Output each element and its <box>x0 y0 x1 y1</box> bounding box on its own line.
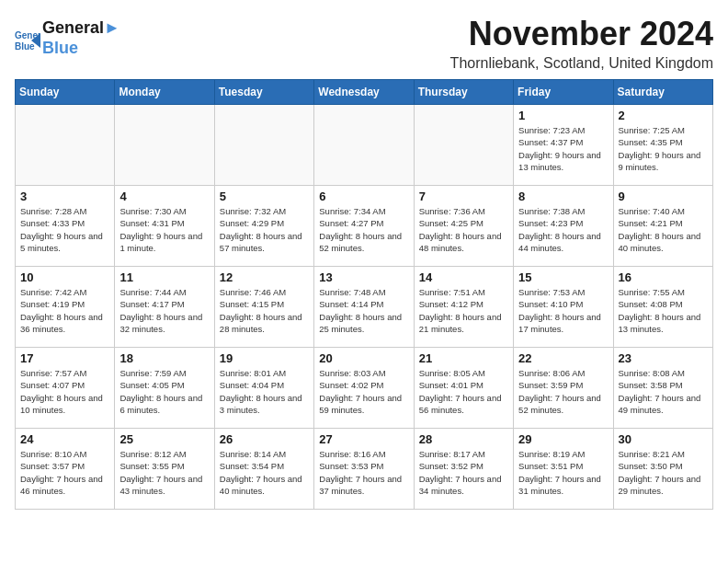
calendar-week-row: 17Sunrise: 7:57 AMSunset: 4:07 PMDayligh… <box>16 348 713 429</box>
day-number: 24 <box>20 432 109 446</box>
day-number: 12 <box>220 270 309 284</box>
month-title: November 2024 <box>450 15 713 53</box>
day-info: Sunrise: 7:34 AMSunset: 4:27 PMDaylight:… <box>319 205 408 254</box>
calendar-week-row: 3Sunrise: 7:28 AMSunset: 4:33 PMDaylight… <box>16 186 713 267</box>
page-header: General Blue General► Blue November 2024… <box>15 15 713 72</box>
calendar-cell: 18Sunrise: 7:59 AMSunset: 4:05 PMDayligh… <box>115 348 214 429</box>
day-number: 30 <box>619 432 708 446</box>
day-number: 13 <box>319 270 408 284</box>
calendar-cell <box>414 105 513 186</box>
weekday-header: Friday <box>514 80 613 105</box>
calendar-cell: 19Sunrise: 8:01 AMSunset: 4:04 PMDayligh… <box>214 348 313 429</box>
day-number: 17 <box>20 351 109 365</box>
day-number: 14 <box>419 270 508 284</box>
svg-text:Blue: Blue <box>15 41 35 52</box>
calendar-week-row: 24Sunrise: 8:10 AMSunset: 3:57 PMDayligh… <box>16 429 713 510</box>
day-info: Sunrise: 8:05 AMSunset: 4:01 PMDaylight:… <box>419 367 508 416</box>
calendar-cell: 2Sunrise: 7:25 AMSunset: 4:35 PMDaylight… <box>613 105 712 186</box>
day-number: 15 <box>518 270 608 284</box>
day-info: Sunrise: 7:28 AMSunset: 4:33 PMDaylight:… <box>20 205 109 254</box>
calendar-cell <box>16 105 115 186</box>
logo: General Blue General► Blue <box>15 18 120 58</box>
calendar-cell: 3Sunrise: 7:28 AMSunset: 4:33 PMDaylight… <box>16 186 115 267</box>
day-info: Sunrise: 7:59 AMSunset: 4:05 PMDaylight:… <box>119 367 209 416</box>
day-info: Sunrise: 7:42 AMSunset: 4:19 PMDaylight:… <box>20 286 109 335</box>
logo-text: General► Blue <box>42 18 120 58</box>
calendar-cell: 25Sunrise: 8:12 AMSunset: 3:55 PMDayligh… <box>115 429 214 510</box>
day-number: 10 <box>20 270 109 284</box>
day-number: 9 <box>619 190 708 203</box>
calendar-cell: 12Sunrise: 7:46 AMSunset: 4:15 PMDayligh… <box>214 267 313 348</box>
day-number: 11 <box>119 270 209 284</box>
calendar-cell: 22Sunrise: 8:06 AMSunset: 3:59 PMDayligh… <box>514 348 613 429</box>
day-info: Sunrise: 7:44 AMSunset: 4:17 PMDaylight:… <box>119 286 209 335</box>
calendar-cell: 7Sunrise: 7:36 AMSunset: 4:25 PMDaylight… <box>414 186 513 267</box>
calendar-cell: 24Sunrise: 8:10 AMSunset: 3:57 PMDayligh… <box>16 429 115 510</box>
day-number: 28 <box>419 432 508 446</box>
day-number: 2 <box>619 109 708 122</box>
calendar-cell: 10Sunrise: 7:42 AMSunset: 4:19 PMDayligh… <box>16 267 115 348</box>
weekday-header: Wednesday <box>314 80 414 105</box>
day-info: Sunrise: 7:36 AMSunset: 4:25 PMDaylight:… <box>419 205 508 254</box>
day-info: Sunrise: 8:03 AMSunset: 4:02 PMDaylight:… <box>319 367 408 416</box>
day-info: Sunrise: 7:48 AMSunset: 4:14 PMDaylight:… <box>319 286 408 335</box>
day-info: Sunrise: 7:40 AMSunset: 4:21 PMDaylight:… <box>619 205 708 254</box>
day-info: Sunrise: 8:06 AMSunset: 3:59 PMDaylight:… <box>518 367 608 416</box>
day-info: Sunrise: 7:53 AMSunset: 4:10 PMDaylight:… <box>518 286 608 335</box>
calendar-week-row: 1Sunrise: 7:23 AMSunset: 4:37 PMDaylight… <box>16 105 713 186</box>
day-number: 5 <box>220 190 309 203</box>
day-number: 22 <box>518 351 608 365</box>
day-info: Sunrise: 7:30 AMSunset: 4:31 PMDaylight:… <box>119 205 209 254</box>
day-info: Sunrise: 8:10 AMSunset: 3:57 PMDaylight:… <box>20 448 109 497</box>
calendar-cell: 15Sunrise: 7:53 AMSunset: 4:10 PMDayligh… <box>514 267 613 348</box>
calendar-cell <box>214 105 313 186</box>
day-info: Sunrise: 7:51 AMSunset: 4:12 PMDaylight:… <box>419 286 508 335</box>
calendar-cell: 1Sunrise: 7:23 AMSunset: 4:37 PMDaylight… <box>514 105 613 186</box>
day-number: 16 <box>619 270 708 284</box>
location-title: Thornliebank, Scotland, United Kingdom <box>450 55 713 72</box>
day-info: Sunrise: 7:23 AMSunset: 4:37 PMDaylight:… <box>518 124 608 173</box>
day-info: Sunrise: 7:55 AMSunset: 4:08 PMDaylight:… <box>619 286 708 335</box>
day-info: Sunrise: 7:46 AMSunset: 4:15 PMDaylight:… <box>220 286 309 335</box>
day-info: Sunrise: 8:21 AMSunset: 3:50 PMDaylight:… <box>619 448 708 497</box>
day-number: 18 <box>119 351 209 365</box>
logo-icon: General Blue <box>15 26 40 52</box>
calendar-cell: 8Sunrise: 7:38 AMSunset: 4:23 PMDaylight… <box>514 186 613 267</box>
calendar-cell: 23Sunrise: 8:08 AMSunset: 3:58 PMDayligh… <box>613 348 712 429</box>
calendar-cell: 17Sunrise: 7:57 AMSunset: 4:07 PMDayligh… <box>16 348 115 429</box>
day-number: 20 <box>319 351 408 365</box>
day-number: 1 <box>518 109 608 122</box>
calendar-cell <box>314 105 414 186</box>
calendar-cell: 13Sunrise: 7:48 AMSunset: 4:14 PMDayligh… <box>314 267 414 348</box>
day-number: 25 <box>119 432 209 446</box>
calendar-cell: 5Sunrise: 7:32 AMSunset: 4:29 PMDaylight… <box>214 186 313 267</box>
calendar-cell: 30Sunrise: 8:21 AMSunset: 3:50 PMDayligh… <box>613 429 712 510</box>
day-number: 27 <box>319 432 408 446</box>
day-info: Sunrise: 7:38 AMSunset: 4:23 PMDaylight:… <box>518 205 608 254</box>
day-info: Sunrise: 8:16 AMSunset: 3:53 PMDaylight:… <box>319 448 408 497</box>
day-number: 3 <box>20 190 109 203</box>
day-info: Sunrise: 8:14 AMSunset: 3:54 PMDaylight:… <box>220 448 309 497</box>
calendar-cell: 26Sunrise: 8:14 AMSunset: 3:54 PMDayligh… <box>214 429 313 510</box>
calendar-cell: 6Sunrise: 7:34 AMSunset: 4:27 PMDaylight… <box>314 186 414 267</box>
weekday-header: Tuesday <box>214 80 313 105</box>
calendar-cell: 4Sunrise: 7:30 AMSunset: 4:31 PMDaylight… <box>115 186 214 267</box>
day-number: 8 <box>518 190 608 203</box>
day-info: Sunrise: 8:01 AMSunset: 4:04 PMDaylight:… <box>220 367 309 416</box>
calendar-week-row: 10Sunrise: 7:42 AMSunset: 4:19 PMDayligh… <box>16 267 713 348</box>
title-block: November 2024 Thornliebank, Scotland, Un… <box>450 15 713 72</box>
day-number: 21 <box>419 351 508 365</box>
calendar-cell: 21Sunrise: 8:05 AMSunset: 4:01 PMDayligh… <box>414 348 513 429</box>
calendar-cell: 28Sunrise: 8:17 AMSunset: 3:52 PMDayligh… <box>414 429 513 510</box>
calendar-cell: 27Sunrise: 8:16 AMSunset: 3:53 PMDayligh… <box>314 429 414 510</box>
calendar-cell: 20Sunrise: 8:03 AMSunset: 4:02 PMDayligh… <box>314 348 414 429</box>
day-number: 23 <box>619 351 708 365</box>
day-info: Sunrise: 8:17 AMSunset: 3:52 PMDaylight:… <box>419 448 508 497</box>
calendar-cell: 29Sunrise: 8:19 AMSunset: 3:51 PMDayligh… <box>514 429 613 510</box>
day-info: Sunrise: 8:19 AMSunset: 3:51 PMDaylight:… <box>518 448 608 497</box>
weekday-header: Monday <box>115 80 214 105</box>
day-info: Sunrise: 7:25 AMSunset: 4:35 PMDaylight:… <box>619 124 708 173</box>
calendar-cell: 11Sunrise: 7:44 AMSunset: 4:17 PMDayligh… <box>115 267 214 348</box>
calendar-cell: 14Sunrise: 7:51 AMSunset: 4:12 PMDayligh… <box>414 267 513 348</box>
weekday-header: Saturday <box>613 80 712 105</box>
